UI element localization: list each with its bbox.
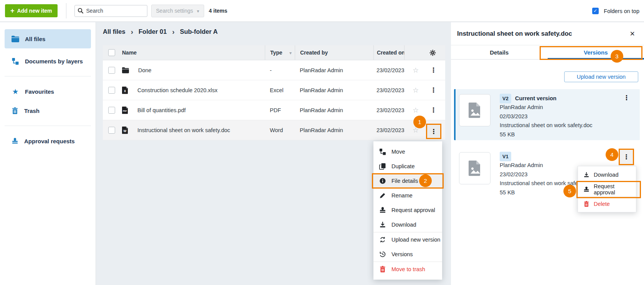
folders-on-top-checkbox[interactable] [592, 8, 599, 14]
row-name-cell: W Instructional sheet on work safety.doc [118, 126, 265, 134]
sidebar-item-all-files[interactable]: All files [5, 29, 91, 48]
kebab-menu-icon[interactable] [623, 94, 630, 102]
favourite-star-icon[interactable] [413, 66, 419, 75]
trash-icon [379, 266, 386, 273]
annotation-marker-1: 1 [413, 116, 426, 128]
row-name-cell: PDF Bill of quantities.pdf [118, 106, 265, 114]
menu-item-label: Upload new version [391, 237, 440, 243]
row-check-cell [103, 127, 118, 134]
row-name-cell: X Construction schedule 2020.xlsx [118, 86, 265, 94]
excel-file-icon: X [122, 86, 128, 94]
sidebar-item-label: Trash [24, 108, 40, 114]
row-actions-cell [404, 86, 445, 94]
kebab-menu-icon[interactable] [430, 86, 434, 94]
menu-item-rename[interactable]: Rename [373, 188, 442, 203]
row-created-on-cell: 23/02/2023 [373, 87, 404, 93]
search-input[interactable] [74, 5, 147, 17]
version-filename: Instructional sheet on work safety.doc [500, 121, 593, 130]
file-name: Bill of quantities.pdf [137, 107, 186, 113]
select-all-checkbox[interactable] [108, 49, 115, 56]
row-checkbox[interactable] [108, 127, 115, 134]
menu-item-file-details[interactable]: File details [373, 174, 442, 188]
add-new-item-button[interactable]: Add new item [5, 4, 58, 17]
annotation-marker-5: 5 [563, 185, 576, 197]
favourite-star-icon[interactable] [413, 86, 419, 94]
row-type-cell: Word [265, 127, 295, 133]
row-check-cell [103, 87, 118, 94]
breadcrumb-folder-01[interactable]: Folder 01 [139, 28, 167, 35]
tab-details[interactable]: Details [451, 45, 548, 59]
row-checkbox[interactable] [108, 67, 115, 74]
table-row[interactable]: X Construction schedule 2020.xlsx Excel … [103, 80, 445, 100]
search-settings-button[interactable]: Search settings [151, 5, 205, 17]
kebab-menu-icon[interactable] [430, 66, 434, 74]
header-type[interactable]: Type [265, 45, 295, 60]
menu-item-duplicate[interactable]: Duplicate [373, 159, 442, 174]
kebab-menu-icon[interactable] [430, 106, 434, 114]
sidebar-item-documents-by-layers[interactable]: Documents by layers [5, 51, 91, 71]
row-checkbox[interactable] [108, 87, 115, 94]
menu-item-label: Request approval [594, 183, 636, 196]
move-icon [379, 148, 386, 155]
menu-item-request-approval[interactable]: Request approval [373, 203, 442, 217]
menu-item-label: Move [391, 149, 405, 155]
menu-item-delete[interactable]: Delete [578, 197, 636, 211]
header-created-by-label: Created by [300, 50, 328, 56]
row-actions-cell [404, 66, 445, 75]
menu-item-download[interactable]: Download [578, 167, 636, 182]
version-thumbnail [459, 94, 490, 126]
version-date: 02/03/2023 [500, 112, 593, 121]
table-row[interactable]: Done - PlanRadar Admin 23/02/2023 [103, 60, 445, 80]
row-checkbox[interactable] [108, 107, 115, 114]
table-row-selected[interactable]: W Instructional sheet on work safety.doc… [103, 120, 445, 140]
row-kebab-highlight-box[interactable] [426, 124, 441, 139]
menu-item-versions[interactable]: Versions [373, 247, 442, 262]
close-icon[interactable] [630, 30, 635, 38]
upload-new-version-button[interactable]: Upload new version [564, 71, 638, 82]
file-context-menu: Move Duplicate File details Rename Reque… [373, 141, 442, 280]
sort-caret-icon[interactable] [289, 50, 295, 56]
app-window: Add new item Search settings 4 items Fol… [0, 0, 644, 285]
breadcrumb-sub-folder-a: Sub-folder A [180, 28, 218, 35]
annotation-marker-4: 4 [606, 148, 618, 161]
menu-item-label: Delete [594, 201, 610, 207]
folder-icon [12, 36, 19, 42]
annotation-marker-2: 2 [419, 174, 432, 187]
gear-icon[interactable] [429, 50, 436, 56]
search-settings-label: Search settings [156, 8, 193, 14]
version-badge: V2 [500, 94, 511, 104]
breadcrumb-all-files[interactable]: All files [103, 28, 125, 35]
topbar: Add new item Search settings 4 items Fol… [0, 0, 644, 22]
header-created-on[interactable]: Created on [373, 45, 404, 60]
file-name: Done [138, 67, 152, 73]
table-row[interactable]: PDF Bill of quantities.pdf PDF PlanRadar… [103, 100, 445, 120]
favourite-star-icon[interactable] [413, 106, 419, 114]
sidebar-item-favourites[interactable]: Favourites [5, 82, 91, 101]
menu-item-upload-new-version[interactable]: Upload new version [373, 232, 442, 247]
header-created-by[interactable]: Created by [295, 45, 373, 60]
menu-item-label: Download [594, 172, 619, 178]
menu-item-move-to-trash[interactable]: Move to trash [373, 262, 442, 277]
menu-item-download[interactable]: Download [373, 217, 442, 232]
header-name[interactable]: Name [118, 45, 265, 60]
row-created-on-cell: 23/02/2023 [373, 107, 404, 113]
stamp-icon [583, 186, 590, 192]
menu-item-request-approval[interactable]: Request approval [578, 182, 636, 196]
trash-icon [12, 107, 18, 114]
row-check-cell [103, 67, 118, 74]
menu-item-move[interactable]: Move [373, 144, 442, 159]
sidebar-item-trash[interactable]: Trash [5, 101, 91, 120]
add-new-item-label: Add new item [17, 8, 52, 14]
active-tab-underline [548, 58, 644, 60]
folder-icon [122, 67, 129, 73]
version-kebab-highlight-box[interactable] [619, 149, 634, 165]
version-card-v2[interactable]: V2 Current version PlanRadar Admin 02/03… [454, 89, 640, 140]
sidebar-item-approval-requests[interactable]: Approval requests [5, 131, 91, 151]
row-created-on-cell: 23/02/2023 [373, 127, 404, 133]
select-all-cell [103, 45, 118, 60]
tab-versions[interactable]: Versions [548, 45, 644, 59]
version-context-menu: Download Request approval Delete [578, 166, 636, 212]
image-placeholder-icon [467, 160, 482, 177]
version-size: 55 KB [500, 130, 593, 139]
trash-icon [583, 201, 590, 207]
